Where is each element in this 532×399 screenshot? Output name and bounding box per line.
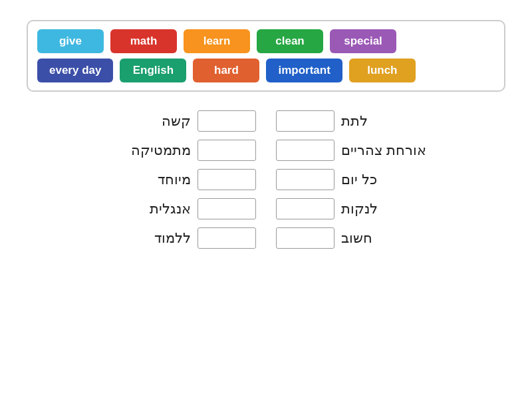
word-tag-important[interactable]: important [266, 59, 342, 82]
word-tag-lunch[interactable]: lunch [349, 59, 416, 82]
word-bank-row-2: every dayEnglishhardimportantlunch [37, 59, 495, 82]
hebrew-label-left-2: מתמטיקה [131, 142, 191, 158]
hebrew-label-left-3: מיוחד [158, 172, 191, 188]
hebrew-label-left-1: קשה [162, 113, 191, 129]
input-right-5[interactable] [276, 227, 334, 249]
right-pair-row-4: לנקות [276, 198, 505, 219]
word-tag-hard[interactable]: hard [193, 59, 259, 82]
input-right-1[interactable] [276, 110, 334, 132]
word-tag-clean[interactable]: clean [257, 29, 323, 53]
hebrew-label-right-3: כל יום [341, 172, 377, 188]
input-left-2[interactable] [198, 140, 256, 161]
left-pair-row-1: קשה [27, 110, 256, 132]
hebrew-label-right-1: לתת [341, 113, 368, 129]
word-bank: givemathlearncleanspecial every dayEngli… [27, 20, 505, 92]
word-tag-special[interactable]: special [330, 29, 396, 53]
word-tag-every_day[interactable]: every day [37, 59, 113, 82]
hebrew-label-left-4: אנגלית [150, 201, 191, 217]
input-left-5[interactable] [198, 227, 256, 249]
word-tag-give[interactable]: give [37, 29, 104, 53]
left-pair-row-2: מתמטיקה [27, 140, 256, 161]
hebrew-label-right-4: לנקות [341, 201, 378, 217]
right-pair-row-2: אורחת צהריים [276, 140, 505, 161]
left-match-column: קשהמתמטיקהמיוחדאנגליתללמוד [27, 110, 256, 249]
word-tag-english[interactable]: English [120, 59, 186, 82]
word-bank-row-1: givemathlearncleanspecial [37, 29, 495, 53]
word-tag-math[interactable]: math [110, 29, 177, 53]
left-pair-row-5: ללמוד [27, 227, 256, 249]
match-area: קשהמתמטיקהמיוחדאנגליתללמוד לתתאורחת צהרי… [27, 110, 505, 249]
input-left-4[interactable] [198, 198, 256, 219]
hebrew-label-right-5: חשוב [341, 230, 372, 246]
word-tag-learn[interactable]: learn [184, 29, 250, 53]
hebrew-label-right-2: אורחת צהריים [341, 142, 426, 158]
input-left-1[interactable] [198, 110, 256, 132]
right-pair-row-1: לתת [276, 110, 505, 132]
left-pair-row-4: אנגלית [27, 198, 256, 219]
right-pair-row-3: כל יום [276, 169, 505, 190]
hebrew-label-left-5: ללמוד [154, 230, 191, 246]
input-right-2[interactable] [276, 140, 334, 161]
input-right-3[interactable] [276, 169, 334, 190]
left-pair-row-3: מיוחד [27, 169, 256, 190]
input-right-4[interactable] [276, 198, 334, 219]
right-pair-row-5: חשוב [276, 227, 505, 249]
right-match-column: לתתאורחת צהרייםכל יוםלנקותחשוב [276, 110, 505, 249]
input-left-3[interactable] [198, 169, 256, 190]
